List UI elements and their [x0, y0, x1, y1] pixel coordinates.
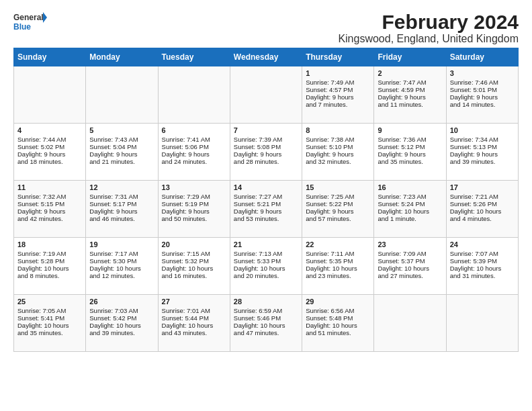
day-info: Daylight: 10 hours	[378, 208, 442, 215]
day-info: Sunset: 5:26 PM	[450, 200, 515, 208]
day-info: and 27 minutes.	[378, 272, 442, 279]
day-info: Sunrise: 7:09 AM	[378, 250, 442, 257]
day-number: 3	[450, 69, 515, 77]
calendar-week-2: 4Sunrise: 7:44 AMSunset: 5:02 PMDaylight…	[14, 124, 519, 181]
header-day-saturday: Saturday	[446, 48, 518, 66]
day-info: Sunset: 5:01 PM	[450, 86, 515, 93]
day-info: Sunrise: 7:15 AM	[162, 250, 226, 257]
day-info: Sunset: 5:30 PM	[89, 257, 154, 265]
page-title: February 2024	[338, 11, 519, 33]
day-info: Sunrise: 7:39 AM	[234, 136, 298, 143]
header-day-sunday: Sunday	[14, 48, 86, 66]
day-info: Sunrise: 7:03 AM	[89, 307, 154, 314]
calendar-week-3: 11Sunrise: 7:32 AMSunset: 5:15 PMDayligh…	[14, 181, 519, 238]
calendar-week-4: 18Sunrise: 7:19 AMSunset: 5:28 PMDayligh…	[14, 238, 519, 295]
day-info: Sunset: 4:57 PM	[306, 86, 370, 93]
day-info: and 32 minutes.	[306, 158, 370, 165]
day-info: Daylight: 9 hours	[378, 150, 442, 158]
day-info: Sunrise: 7:25 AM	[306, 193, 370, 200]
day-info: Sunset: 5:02 PM	[17, 143, 82, 150]
day-info: Sunrise: 7:47 AM	[378, 79, 442, 86]
calendar-cell: 1Sunrise: 7:49 AMSunset: 4:57 PMDaylight…	[302, 66, 374, 124]
calendar-cell: 16Sunrise: 7:23 AMSunset: 5:24 PMDayligh…	[374, 181, 446, 238]
day-number: 8	[306, 126, 370, 134]
calendar-cell: 18Sunrise: 7:19 AMSunset: 5:28 PMDayligh…	[14, 238, 86, 295]
day-number: 17	[450, 183, 515, 191]
day-number: 23	[378, 240, 442, 248]
day-info: Daylight: 10 hours	[234, 322, 298, 329]
day-info: Daylight: 9 hours	[89, 208, 154, 215]
day-number: 10	[450, 126, 515, 134]
day-info: Daylight: 9 hours	[306, 93, 370, 101]
day-info: Sunrise: 7:41 AM	[162, 136, 226, 143]
day-number: 1	[306, 69, 370, 77]
day-info: Daylight: 9 hours	[89, 150, 154, 158]
day-info: Sunset: 5:32 PM	[162, 257, 226, 265]
header: General Blue February 2024 Kingswood, En…	[13, 11, 519, 45]
day-info: Daylight: 9 hours	[306, 208, 370, 215]
day-number: 11	[17, 183, 82, 191]
page-subtitle: Kingswood, England, United Kingdom	[338, 33, 519, 45]
day-info: and 31 minutes.	[450, 272, 515, 279]
day-info: Sunset: 5:17 PM	[89, 200, 154, 208]
day-info: Sunrise: 7:27 AM	[234, 193, 298, 200]
calendar-cell: 19Sunrise: 7:17 AMSunset: 5:30 PMDayligh…	[86, 238, 158, 295]
calendar-cell: 7Sunrise: 7:39 AMSunset: 5:08 PMDaylight…	[230, 124, 302, 181]
day-number: 16	[378, 183, 442, 191]
day-info: Sunrise: 6:59 AM	[234, 307, 298, 314]
day-info: and 51 minutes.	[306, 329, 370, 336]
calendar-cell: 23Sunrise: 7:09 AMSunset: 5:37 PMDayligh…	[374, 238, 446, 295]
day-info: and 7 minutes.	[306, 101, 370, 108]
svg-text:Blue: Blue	[13, 22, 31, 32]
day-info: Daylight: 9 hours	[17, 208, 82, 215]
day-info: Sunrise: 7:34 AM	[450, 136, 515, 143]
calendar-cell: 29Sunrise: 6:56 AMSunset: 5:48 PMDayligh…	[302, 295, 374, 352]
day-info: Daylight: 9 hours	[17, 150, 82, 158]
day-info: and 35 minutes.	[378, 158, 442, 165]
calendar-cell: 25Sunrise: 7:05 AMSunset: 5:41 PMDayligh…	[14, 295, 86, 352]
day-number: 15	[306, 183, 370, 191]
day-info: Daylight: 10 hours	[450, 265, 515, 272]
day-info: and 57 minutes.	[306, 215, 370, 222]
day-info: Daylight: 9 hours	[378, 93, 442, 101]
calendar-cell: 11Sunrise: 7:32 AMSunset: 5:15 PMDayligh…	[14, 181, 86, 238]
day-info: Sunset: 5:46 PM	[234, 314, 298, 322]
calendar-cell: 14Sunrise: 7:27 AMSunset: 5:21 PMDayligh…	[230, 181, 302, 238]
day-info: Daylight: 10 hours	[234, 265, 298, 272]
day-info: Sunrise: 7:07 AM	[450, 250, 515, 257]
day-info: Sunrise: 6:56 AM	[306, 307, 370, 314]
calendar-cell: 24Sunrise: 7:07 AMSunset: 5:39 PMDayligh…	[446, 238, 518, 295]
day-number: 22	[306, 240, 370, 248]
day-number: 12	[89, 183, 154, 191]
day-info: Daylight: 10 hours	[306, 265, 370, 272]
calendar-cell: 26Sunrise: 7:03 AMSunset: 5:42 PMDayligh…	[86, 295, 158, 352]
day-info: and 28 minutes.	[234, 158, 298, 165]
day-info: Sunrise: 7:43 AM	[89, 136, 154, 143]
calendar-cell	[158, 66, 230, 124]
day-info: and 16 minutes.	[162, 272, 226, 279]
calendar-table: SundayMondayTuesdayWednesdayThursdayFrid…	[13, 48, 519, 352]
day-info: Sunrise: 7:23 AM	[378, 193, 442, 200]
day-number: 6	[162, 126, 226, 134]
svg-marker-2	[43, 12, 47, 23]
day-number: 28	[234, 298, 298, 306]
day-info: Sunrise: 7:49 AM	[306, 79, 370, 86]
calendar-cell	[14, 66, 86, 124]
day-info: and 47 minutes.	[234, 329, 298, 336]
day-info: Sunset: 5:39 PM	[450, 257, 515, 265]
day-number: 5	[89, 126, 154, 134]
day-info: Sunrise: 7:29 AM	[162, 193, 226, 200]
day-info: Sunset: 4:59 PM	[378, 86, 442, 93]
calendar-cell	[86, 66, 158, 124]
day-info: Sunrise: 7:17 AM	[89, 250, 154, 257]
header-day-tuesday: Tuesday	[158, 48, 230, 66]
day-number: 24	[450, 240, 515, 248]
day-info: Sunrise: 7:36 AM	[378, 136, 442, 143]
day-info: Sunset: 5:41 PM	[17, 314, 82, 322]
day-info: Daylight: 10 hours	[378, 265, 442, 272]
day-info: Daylight: 10 hours	[89, 265, 154, 272]
header-day-thursday: Thursday	[302, 48, 374, 66]
calendar-cell: 17Sunrise: 7:21 AMSunset: 5:26 PMDayligh…	[446, 181, 518, 238]
calendar-cell: 9Sunrise: 7:36 AMSunset: 5:12 PMDaylight…	[374, 124, 446, 181]
day-info: Sunrise: 7:46 AM	[450, 79, 515, 86]
